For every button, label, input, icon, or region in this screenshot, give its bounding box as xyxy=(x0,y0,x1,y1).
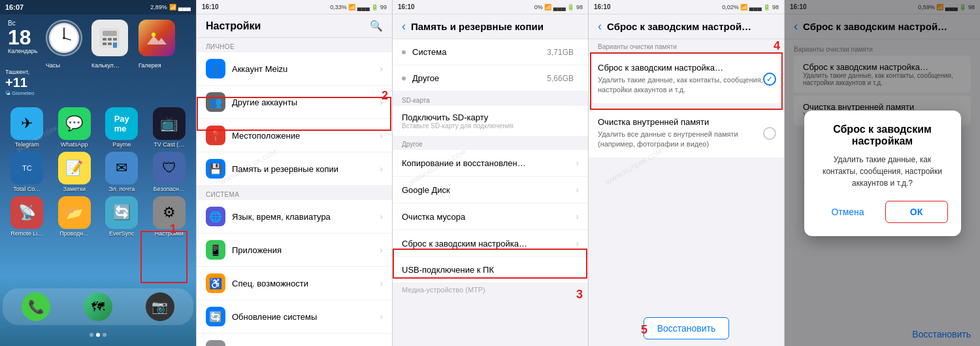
usb-sub-label: Медиа-устройство (МТР) xyxy=(393,283,588,299)
menu-item-factory-reset[interactable]: Сброс к заводским настройка… › xyxy=(393,230,588,257)
step4-label: 4 xyxy=(774,39,780,53)
memory-battery: 0% 📶 ▄▄▄ 🔋 98 xyxy=(534,4,583,10)
settings-item-accessibility[interactable]: ♿ Спец. возможности › xyxy=(197,267,392,300)
settings-item-language[interactable]: 🌐 Язык, время, клавиатура › xyxy=(197,200,392,234)
factory-radio[interactable] xyxy=(763,73,776,86)
step2-label: 2 xyxy=(382,89,388,103)
about-icon: ℹ xyxy=(206,340,225,346)
apps-icon: 📱 xyxy=(206,240,225,260)
memory-label: Память и резервные копии xyxy=(232,164,380,174)
svg-rect-9 xyxy=(103,43,106,45)
folder-icon: 📂 xyxy=(58,196,91,229)
dock-phone[interactable]: 📞 xyxy=(22,292,50,321)
internal-radio[interactable] xyxy=(763,127,776,140)
app-icon-totalco[interactable]: TC Total Co… xyxy=(5,152,49,192)
dock-camera[interactable]: 📷 xyxy=(146,292,174,321)
back-button-reset[interactable]: ‹ xyxy=(598,20,602,33)
tvcast-icon: 📺 xyxy=(153,107,186,140)
totalco-label: Total Co… xyxy=(13,186,41,192)
settings-status-icons: 0,33% 📶 ▄▄▄ 🔋 99 xyxy=(330,4,387,10)
reset-status-icons: 0,02% 📶 ▄▄▄ 🔋 98 xyxy=(722,4,779,10)
page-dots xyxy=(90,333,106,337)
system-section-label: Система xyxy=(197,186,392,200)
system-dot xyxy=(402,50,406,54)
settings-item-memory[interactable]: 💾 Память и резервные копии › xyxy=(197,152,392,186)
settings-item-account[interactable]: 👤 Аккаунт Meizu › xyxy=(197,52,392,86)
sd-title: Подключить SD-карту xyxy=(402,112,579,122)
step5-label: 5 xyxy=(641,323,647,337)
memory-header: ‹ Память и резервные копии xyxy=(393,14,588,39)
tvcast-label: TV Cast (… xyxy=(154,141,184,148)
settings-time: 16:10 xyxy=(202,3,219,10)
reset-option-factory[interactable]: Сброс к заводским настройка… Удалить так… xyxy=(589,55,784,104)
app-icon-telegram[interactable]: ✈ Telegram xyxy=(5,107,49,148)
cancel-button[interactable]: Отмена xyxy=(817,201,879,223)
settings-item-update[interactable]: 🔄 Обновление системы › xyxy=(197,300,392,334)
eversync-icon: 🔄 xyxy=(105,196,138,229)
menu-item-backup[interactable]: Копирование и восстановлен… › xyxy=(393,150,588,177)
other-label: Другое xyxy=(412,73,547,83)
app-icon-email[interactable]: ✉ Эл. почта xyxy=(100,152,144,192)
bottom-dock: 📞 🗺 📷 xyxy=(3,288,193,325)
update-label: Обновление системы xyxy=(232,312,380,322)
dock-map[interactable]: 🗺 xyxy=(84,292,112,321)
app-grid: ✈ Telegram 💬 WhatsApp Payme Payme 📺 TV C… xyxy=(3,105,193,239)
ok-button[interactable]: ОК xyxy=(885,201,948,223)
menu-item-cleanup[interactable]: Очистка мусора › xyxy=(393,203,588,230)
settings-item-apps[interactable]: 📱 Приложения › xyxy=(197,234,392,267)
app-icon-payme[interactable]: Payme Payme xyxy=(100,107,144,148)
back-button-memory[interactable]: ‹ xyxy=(402,20,406,33)
calc-label: Калькул… xyxy=(91,62,120,69)
menu-item-google-drive[interactable]: Google Диск › xyxy=(393,177,588,203)
app-icon-folder[interactable]: 📂 Проводн… xyxy=(53,196,97,237)
account-icon: 👤 xyxy=(206,59,225,78)
restore-button[interactable]: Восстановить xyxy=(644,317,730,339)
step3-label: 3 xyxy=(576,288,583,302)
sd-item: Подключить SD-карту Вставьте SD-карту дл… xyxy=(393,106,588,137)
factory-reset-label: Сброс к заводским настройка… xyxy=(402,239,576,249)
memory-title: Память и резервные копии xyxy=(411,21,544,32)
telegram-label: Telegram xyxy=(15,141,39,148)
modal-buttons: Отмена ОК xyxy=(817,201,948,223)
reset-option-internal[interactable]: Очистка внутренней памяти Удалить все да… xyxy=(589,109,784,158)
gallery-widget[interactable] xyxy=(139,20,175,56)
app-icon-security[interactable]: 🛡 Безопасн… xyxy=(148,152,191,192)
backup-arrow: › xyxy=(576,158,579,168)
eversync-label: EverSync xyxy=(109,230,135,237)
apps-arrow: › xyxy=(380,245,383,255)
memory-item-system: Система 3,71GB xyxy=(393,39,588,65)
app-icon-tvcast[interactable]: 📺 TV Cast (… xyxy=(148,107,191,148)
settings-item-about[interactable]: ℹ О телефоне › xyxy=(197,334,392,346)
email-label: Эл. почта xyxy=(108,186,135,192)
language-arrow: › xyxy=(380,211,383,222)
app-icon-settings[interactable]: ⚙ Настройки xyxy=(148,196,191,237)
svg-rect-7 xyxy=(108,38,112,41)
factory-reset-arrow: › xyxy=(576,238,579,249)
other-accounts-label: Другие аккаунты xyxy=(232,97,380,107)
google-drive-label: Google Диск xyxy=(402,185,576,195)
settings-item-location[interactable]: 📍 Местоположение › xyxy=(197,119,392,152)
status-bar-home: 16:07 2,89% 📶 ▄▄▄ xyxy=(0,0,196,14)
settings-item-other-accounts[interactable]: 👥 Другие аккаунты › xyxy=(197,86,392,119)
home-screen: 16:07 2,89% 📶 ▄▄▄ Вс 18 Календарь Часы xyxy=(0,0,196,346)
account-arrow: › xyxy=(380,63,383,74)
internal-option-title: Очистка внутренней памяти xyxy=(598,117,775,127)
location-arrow: › xyxy=(380,130,383,141)
app-icon-remote[interactable]: 📡 Remote Li… xyxy=(5,196,49,237)
page-dot-2 xyxy=(96,333,100,337)
app-icon-whatsapp[interactable]: 💬 WhatsApp xyxy=(53,107,97,148)
sd-sub: Вставьте SD-карту для подключения xyxy=(402,122,579,130)
accessibility-arrow: › xyxy=(380,278,383,288)
sd-section-label: SD-карта xyxy=(393,92,588,106)
memory-time: 16:10 xyxy=(398,3,415,10)
search-icon[interactable]: 🔍 xyxy=(370,20,383,32)
menu-item-usb[interactable]: USB-подключение к ПК xyxy=(393,257,588,283)
app-icon-notes[interactable]: 📝 Заметки xyxy=(53,152,97,192)
restore-btn-container: Восстановить xyxy=(589,317,784,339)
language-icon: 🌐 xyxy=(206,207,225,226)
calculator-widget[interactable] xyxy=(91,20,128,56)
clock-face xyxy=(49,23,79,53)
app-icon-eversync[interactable]: 🔄 EverSync xyxy=(100,196,144,237)
home-status-icons: 2,89% 📶 ▄▄▄ xyxy=(150,4,191,10)
payme-label: Payme xyxy=(112,141,131,148)
